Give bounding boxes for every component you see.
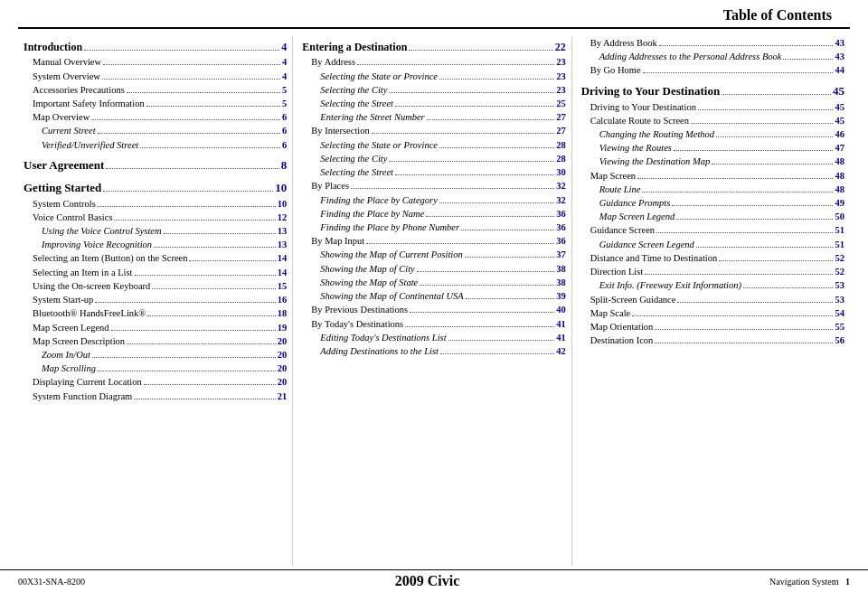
toc-entry: Selecting an Item in a List 14 xyxy=(24,266,287,279)
toc-entry: Voice Control Basics 12 xyxy=(24,211,287,224)
page-title: Table of Contents xyxy=(723,7,832,23)
toc-entry: Showing the Map of Current Position 37 xyxy=(302,248,565,261)
toc-entry: Split-Screen Guidance 53 xyxy=(581,293,844,306)
footer-part-number: 00X31-SNA-8200 xyxy=(18,577,85,587)
toc-entry: Manual Overview 4 xyxy=(24,55,287,69)
toc-entry: Map Scale 54 xyxy=(581,306,844,320)
toc-entry: Selecting the City 23 xyxy=(302,83,565,97)
toc-entry: Zoom In/Out 20 xyxy=(24,348,287,362)
toc-entry: Showing the Map of State 38 xyxy=(302,276,565,289)
toc-entry: Viewing the Destination Map 48 xyxy=(581,155,844,168)
toc-entry: Bluetooth® HandsFreeLink® 18 xyxy=(24,306,287,320)
toc-entry: Destination Icon 56 xyxy=(581,334,844,347)
toc-entry: System Overview 4 xyxy=(24,70,287,83)
toc-entry: Guidance Screen 51 xyxy=(581,223,844,237)
column-2: Entering a Destination 22By Address 23Se… xyxy=(297,36,571,566)
toc-entry: Verified/Unverified Street 6 xyxy=(24,138,287,152)
toc-entry: Viewing the Routes 47 xyxy=(581,141,844,155)
toc-entry: Entering the Street Number 27 xyxy=(302,110,565,124)
section-heading-large: User Agreement 8 xyxy=(24,157,287,174)
toc-entry: Route Line 48 xyxy=(581,183,844,196)
toc-entry: Changing the Routing Method 46 xyxy=(581,127,844,141)
page-header: Table of Contents xyxy=(18,0,850,29)
toc-entry: Selecting the State or Province 28 xyxy=(302,138,565,152)
toc-entry: By Map Input 36 xyxy=(302,234,565,248)
toc-entry: Map Screen Legend 19 xyxy=(24,321,287,334)
toc-entry: Guidance Prompts 49 xyxy=(581,196,844,210)
toc-entry: Selecting an Item (Button) on the Screen… xyxy=(24,251,287,265)
toc-entry: Direction List 52 xyxy=(581,265,844,278)
toc-entry: Finding the Place by Phone Number 36 xyxy=(302,221,565,234)
toc-entry: Adding Destinations to the List 42 xyxy=(302,344,565,358)
toc-entry: Showing the Map of City 38 xyxy=(302,262,565,276)
toc-entry: Showing the Map of Continental USA 39 xyxy=(302,289,565,303)
section-heading-large: Driving to Your Destination 45 xyxy=(581,83,844,100)
footer-nav-label: Navigation System 1 xyxy=(769,577,850,587)
toc-entry: Editing Today's Destinations List 41 xyxy=(302,331,565,344)
toc-entry: Exit Info. (Freeway Exit Information) 53 xyxy=(581,278,844,292)
toc-entry: Map Screen Legend 50 xyxy=(581,210,844,223)
toc-entry: Current Street 6 xyxy=(24,124,287,137)
toc-entry: Using the On-screen Keyboard 15 xyxy=(24,279,287,293)
column-3: By Address Book 43Adding Addresses to th… xyxy=(576,36,850,566)
toc-entry: By Previous Destinations 40 xyxy=(302,303,565,316)
section-heading-large: Getting Started 10 xyxy=(24,180,287,197)
toc-entry: By Today's Destinations 41 xyxy=(302,317,565,331)
toc-entry: Map Screen Description 20 xyxy=(24,334,287,348)
toc-entry: By Address 23 xyxy=(302,55,565,69)
toc-entry: Driving to Your Destination 45 xyxy=(581,100,844,114)
toc-entry: Map Orientation 55 xyxy=(581,320,844,334)
content-area: Introduction 4Manual Overview 4System Ov… xyxy=(0,29,868,569)
toc-entry: Using the Voice Control System 13 xyxy=(24,224,287,238)
toc-entry: By Places 32 xyxy=(302,179,565,193)
toc-entry: By Address Book 43 xyxy=(581,36,844,50)
toc-entry: Adding Addresses to the Personal Address… xyxy=(581,50,844,63)
toc-entry: By Intersection 27 xyxy=(302,124,565,137)
toc-entry: By Go Home 44 xyxy=(581,63,844,77)
toc-entry: Map Overview 6 xyxy=(24,110,287,124)
footer-model: 2009 Civic xyxy=(395,573,460,589)
toc-entry: Improving Voice Recognition 13 xyxy=(24,238,287,251)
toc-entry: Map Screen 48 xyxy=(581,169,844,183)
toc-entry: System Start-up 16 xyxy=(24,293,287,306)
toc-entry: System Controls 10 xyxy=(24,197,287,211)
toc-entry: Selecting the Street 25 xyxy=(302,97,565,110)
section-heading: Introduction 4 xyxy=(24,40,287,55)
toc-entry: Accessories Precautions 5 xyxy=(24,83,287,97)
toc-entry: Finding the Place by Name 36 xyxy=(302,207,565,221)
toc-entry: Selecting the City 28 xyxy=(302,152,565,165)
toc-entry: Displaying Current Location 20 xyxy=(24,375,287,389)
toc-entry: Selecting the State or Province 23 xyxy=(302,70,565,83)
page: Table of Contents Introduction 4Manual O… xyxy=(0,0,868,592)
toc-entry: System Function Diagram 21 xyxy=(24,390,287,403)
section-heading: Entering a Destination 22 xyxy=(302,40,565,55)
toc-entry: Selecting the Street 30 xyxy=(302,165,565,179)
column-1: Introduction 4Manual Overview 4System Ov… xyxy=(18,36,293,566)
toc-entry: Guidance Screen Legend 51 xyxy=(581,238,844,251)
toc-entry: Calculate Route to Screen 45 xyxy=(581,114,844,127)
toc-entry: Distance and Time to Destination 52 xyxy=(581,251,844,265)
toc-entry: Finding the Place by Category 32 xyxy=(302,193,565,207)
toc-entry: Map Scrolling 20 xyxy=(24,362,287,375)
page-footer: 00X31-SNA-8200 2009 Civic Navigation Sys… xyxy=(0,569,868,592)
toc-entry: Important Safety Information 5 xyxy=(24,97,287,110)
